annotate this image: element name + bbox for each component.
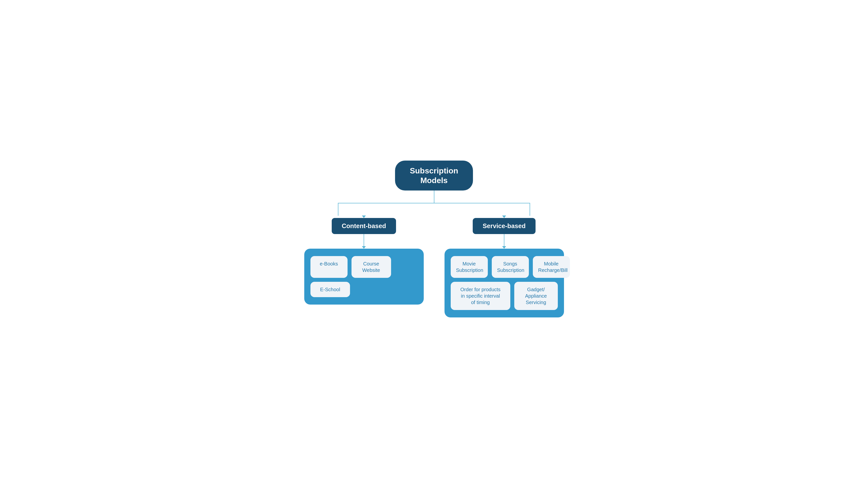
eschool-item: E-School <box>310 282 350 297</box>
gadget-appliance-item: Gadget/ Appliance Servicing <box>514 282 558 310</box>
content-row-1: e-Books Course Website <box>310 256 417 278</box>
songs-sub-item: Songs Subscription <box>492 256 529 278</box>
course-website-item: Course Website <box>351 256 391 278</box>
ebooks-item: e-Books <box>310 256 347 278</box>
gadget-appliance-label: Gadget/ Appliance Servicing <box>525 287 547 305</box>
ebooks-label: e-Books <box>320 261 338 266</box>
content-items-layout: e-Books Course Website E-School <box>310 256 417 297</box>
root-level: Subscription Models <box>395 160 473 203</box>
service-based-arrow <box>502 215 506 218</box>
mobile-recharge-label: Mobile Recharge/Bill <box>538 261 568 273</box>
content-panel: e-Books Course Website E-School <box>304 249 424 304</box>
order-products-item: Order for products in specific interval … <box>451 282 510 310</box>
order-products-label: Order for products in specific interval … <box>460 287 500 305</box>
content-based-arrow <box>362 215 366 218</box>
service-panel: Movie Subscription Songs Subscription Mo… <box>444 249 564 318</box>
service-row-1: Movie Subscription Songs Subscription Mo… <box>451 256 558 278</box>
root-label: Subscription Models <box>410 166 458 185</box>
eschool-label: E-School <box>320 287 340 292</box>
content-panel-connector <box>364 234 364 246</box>
movie-sub-item: Movie Subscription <box>451 256 488 278</box>
content-based-branch: Content-based e-Books Course Website <box>304 216 424 304</box>
service-panel-arrow <box>502 246 506 249</box>
branches-row: Content-based e-Books Course Website <box>304 216 564 318</box>
service-based-branch: Service-based Movie Subscription Songs S… <box>444 216 564 318</box>
service-row-2: Order for products in specific interval … <box>451 282 558 310</box>
root-node: Subscription Models <box>395 160 473 190</box>
content-row-2: E-School <box>310 282 417 297</box>
content-panel-arrow <box>362 246 366 249</box>
service-based-node: Service-based <box>473 218 535 234</box>
content-based-node: Content-based <box>332 218 396 234</box>
service-panel-connector <box>504 234 504 246</box>
service-items-layout: Movie Subscription Songs Subscription Mo… <box>451 256 558 310</box>
diagram-layout: Subscription Models Content-based <box>304 160 564 318</box>
service-based-label: Service-based <box>483 222 526 229</box>
root-down-connector <box>434 190 434 203</box>
mobile-recharge-item: Mobile Recharge/Bill <box>533 256 570 278</box>
course-website-label: Course Website <box>362 261 380 273</box>
content-based-label: Content-based <box>342 222 386 229</box>
movie-sub-label: Movie Subscription <box>456 261 483 273</box>
h-connector <box>338 203 530 203</box>
left-drop-line <box>338 203 338 216</box>
songs-sub-label: Songs Subscription <box>497 261 524 273</box>
right-drop-line <box>530 203 530 216</box>
